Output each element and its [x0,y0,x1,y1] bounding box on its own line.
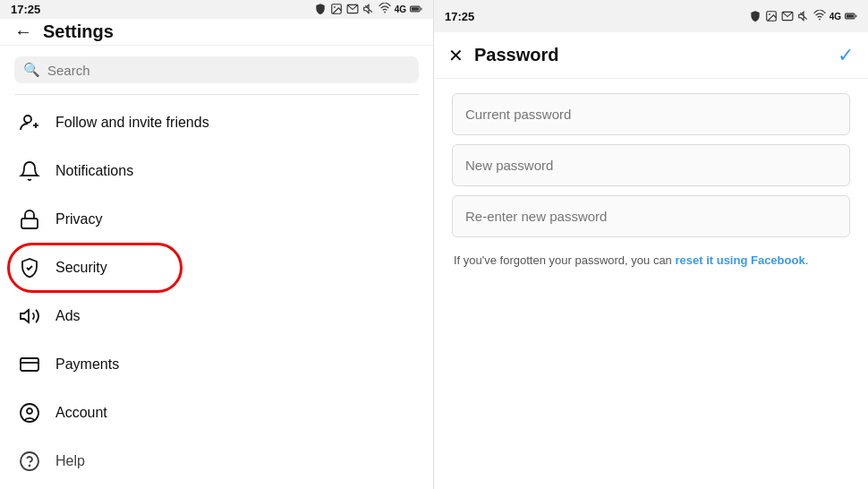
svg-point-16 [30,466,30,467]
svg-point-15 [21,452,38,470]
search-input[interactable] [47,63,410,78]
password-title: Password [474,45,558,65]
new-password-input[interactable] [452,144,850,186]
status-bar-left: 17:25 4G [0,0,433,19]
search-bar[interactable]: 🔍 [14,56,419,83]
shield-menu-icon [18,256,41,279]
circle-question-icon [18,450,41,473]
lock-icon [18,208,41,231]
settings-title: Settings [43,21,114,42]
svg-rect-11 [21,358,38,371]
signal-text-left: 4G [395,4,406,14]
menu-item-privacy[interactable]: Privacy [0,195,433,244]
svg-rect-6 [412,8,419,12]
wifi-icon-right [813,10,826,22]
circle-person-icon [18,401,41,425]
menu-item-follow[interactable]: Follow and invite friends [0,99,433,147]
notifications-label: Notifications [55,163,133,179]
status-icons-left: 4G [314,3,422,15]
ads-label: Ads [55,308,81,324]
menu-item-ads[interactable]: Ads [0,292,433,340]
settings-header: ← Settings [0,19,433,47]
svg-point-18 [769,13,770,15]
mail-icon-right [781,10,794,22]
svg-point-7 [24,116,31,123]
follow-label: Follow and invite friends [55,115,209,131]
image-icon-left [330,3,343,15]
settings-panel: 17:25 4G ← Settings 🔍 [0,0,434,489]
menu-list: Follow and invite friends Notifications … [0,95,433,489]
svg-rect-10 [21,219,38,228]
megaphone-icon [18,305,41,328]
bell-icon [18,159,41,183]
reenter-password-input[interactable] [452,195,850,237]
back-button[interactable]: ← [14,21,32,42]
svg-rect-23 [847,14,854,18]
shield-icon-right [749,10,762,22]
svg-point-13 [21,404,38,422]
search-icon: 🔍 [23,62,40,78]
menu-item-payments[interactable]: Payments [0,340,433,389]
reset-link[interactable]: reset it using Facebook [675,253,804,267]
mail-icon-left [346,3,359,15]
password-header: ✕ Password ✓ [434,32,868,79]
image-icon-right [765,10,778,22]
svg-point-1 [334,7,336,9]
security-label: Security [55,260,107,276]
card-icon [18,353,41,376]
status-bar-right: 17:25 4G [434,0,868,32]
current-password-input[interactable] [452,93,850,135]
battery-icon-right [845,10,857,22]
menu-item-help[interactable]: Help [0,437,433,485]
shield-icon-left [314,3,327,15]
status-icons-right: 4G [749,10,857,22]
forgot-password-text: If you've forgotten your password, you c… [452,252,850,270]
privacy-label: Privacy [55,211,102,227]
wifi-icon-left [379,3,391,15]
person-add-icon [18,111,41,134]
payments-label: Payments [55,356,119,373]
confirm-button[interactable]: ✓ [838,44,854,67]
password-panel: 17:25 4G ✕ Password ✓ If you've forgotte… [434,0,868,489]
account-label: Account [55,405,107,421]
menu-item-notifications[interactable]: Notifications [0,147,433,195]
svg-point-20 [819,19,821,21]
menu-item-account[interactable]: Account [0,389,433,437]
mute-icon-right [797,10,810,22]
close-button[interactable]: ✕ [448,45,464,66]
help-label: Help [55,453,85,469]
time-left: 17:25 [11,3,40,16]
menu-item-security[interactable]: Security [0,244,433,292]
mute-icon-left [362,3,375,15]
battery-icon-left [410,3,422,15]
svg-point-3 [384,12,386,13]
signal-text-right: 4G [830,12,841,21]
svg-point-14 [27,408,32,414]
time-right: 17:25 [445,10,474,23]
password-form: If you've forgotten your password, you c… [434,79,868,284]
